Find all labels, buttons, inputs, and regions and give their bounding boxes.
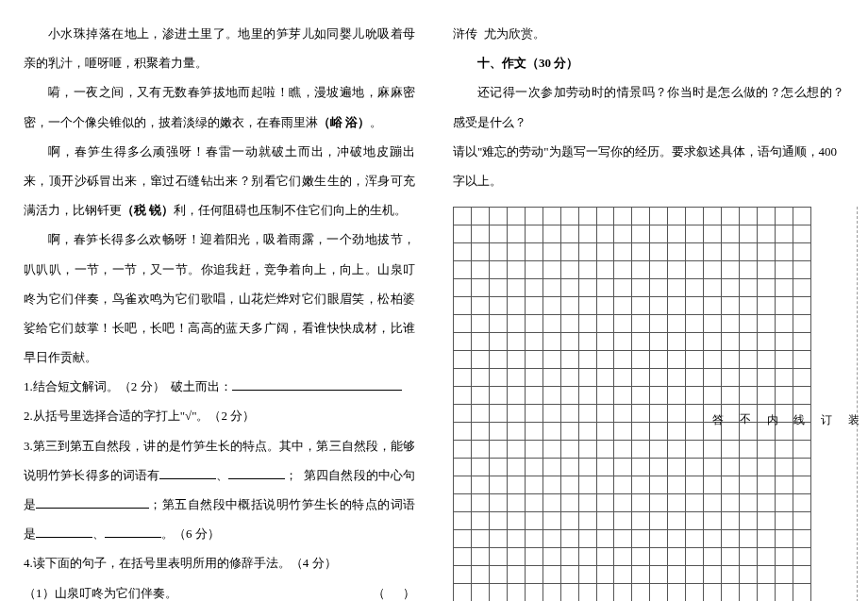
grid-cell[interactable] (650, 315, 668, 333)
grid-cell[interactable] (560, 405, 578, 423)
grid-cell[interactable] (489, 441, 507, 459)
grid-cell[interactable] (507, 351, 525, 369)
grid-cell[interactable] (578, 459, 596, 476)
grid-cell[interactable] (686, 459, 704, 476)
grid-cell[interactable] (489, 476, 507, 494)
grid-cell[interactable] (614, 225, 632, 243)
grid-cell[interactable] (650, 333, 668, 351)
grid-cell[interactable] (632, 208, 650, 225)
grid-cell[interactable] (454, 405, 472, 423)
grid-cell[interactable] (454, 369, 472, 387)
grid-cell[interactable] (489, 225, 507, 243)
grid-cell[interactable] (650, 405, 668, 423)
grid-cell[interactable] (525, 530, 542, 548)
blank-input[interactable] (36, 524, 92, 539)
grid-cell[interactable] (525, 333, 542, 351)
grid-cell[interactable] (489, 405, 507, 423)
grid-cell[interactable] (471, 351, 489, 369)
grid-cell[interactable] (454, 548, 472, 566)
grid-cell[interactable] (668, 315, 686, 333)
grid-cell[interactable] (668, 423, 686, 441)
grid-cell[interactable] (489, 387, 507, 405)
grid-cell[interactable] (578, 333, 596, 351)
grid-cell[interactable] (596, 387, 614, 405)
grid-cell[interactable] (686, 476, 704, 494)
grid-cell[interactable] (650, 512, 668, 530)
grid-cell[interactable] (507, 548, 525, 566)
grid-cell[interactable] (596, 548, 614, 566)
grid-cell[interactable] (489, 548, 507, 566)
grid-cell[interactable] (632, 261, 650, 279)
grid-cell[interactable] (542, 297, 560, 315)
grid-cell[interactable] (542, 333, 560, 351)
grid-cell[interactable] (614, 351, 632, 369)
grid-cell[interactable] (471, 208, 489, 225)
grid-cell[interactable] (471, 530, 489, 548)
grid-cell[interactable] (650, 423, 668, 441)
grid-cell[interactable] (578, 297, 596, 315)
grid-cell[interactable] (454, 566, 472, 584)
grid-cell[interactable] (578, 512, 596, 530)
grid-cell[interactable] (650, 530, 668, 548)
grid-cell[interactable] (668, 512, 686, 530)
grid-cell[interactable] (542, 566, 560, 584)
grid-cell[interactable] (686, 261, 704, 279)
grid-cell[interactable] (525, 494, 542, 512)
grid-cell[interactable] (454, 476, 472, 494)
grid-cell[interactable] (542, 476, 560, 494)
grid-cell[interactable] (668, 494, 686, 512)
grid-cell[interactable] (596, 566, 614, 584)
grid-cell[interactable] (578, 279, 596, 297)
grid-cell[interactable] (632, 512, 650, 530)
grid-cell[interactable] (560, 369, 578, 387)
grid-cell[interactable] (650, 441, 668, 459)
grid-cell[interactable] (596, 208, 614, 225)
grid-cell[interactable] (507, 279, 525, 297)
grid-cell[interactable] (596, 225, 614, 243)
grid-cell[interactable] (507, 459, 525, 476)
grid-cell[interactable] (489, 459, 507, 476)
grid-cell[interactable] (525, 261, 542, 279)
grid-cell[interactable] (650, 369, 668, 387)
grid-cell[interactable] (686, 315, 704, 333)
grid-cell[interactable] (560, 548, 578, 566)
blank-input[interactable] (228, 464, 285, 479)
grid-cell[interactable] (542, 225, 560, 243)
grid-cell[interactable] (596, 476, 614, 494)
grid-cell[interactable] (632, 584, 650, 601)
grid-cell[interactable] (668, 548, 686, 566)
grid-cell[interactable] (614, 459, 632, 476)
grid-cell[interactable] (471, 225, 489, 243)
grid-cell[interactable] (542, 351, 560, 369)
grid-cell[interactable] (614, 494, 632, 512)
grid-cell[interactable] (668, 225, 686, 243)
grid-cell[interactable] (489, 566, 507, 584)
grid-cell[interactable] (632, 315, 650, 333)
grid-cell[interactable] (686, 351, 704, 369)
grid-cell[interactable] (542, 315, 560, 333)
grid-cell[interactable] (454, 351, 472, 369)
grid-cell[interactable] (525, 405, 542, 423)
grid-cell[interactable] (596, 315, 614, 333)
grid-cell[interactable] (471, 584, 489, 601)
grid-cell[interactable] (650, 297, 668, 315)
grid-cell[interactable] (560, 530, 578, 548)
grid-cell[interactable] (668, 566, 686, 584)
grid-cell[interactable] (650, 243, 668, 261)
grid-cell[interactable] (596, 333, 614, 351)
grid-cell[interactable] (614, 566, 632, 584)
grid-cell[interactable] (471, 566, 489, 584)
grid-cell[interactable] (596, 441, 614, 459)
grid-cell[interactable] (578, 225, 596, 243)
grid-cell[interactable] (542, 548, 560, 566)
grid-cell[interactable] (507, 243, 525, 261)
grid-cell[interactable] (632, 351, 650, 369)
grid-cell[interactable] (507, 405, 525, 423)
grid-cell[interactable] (632, 333, 650, 351)
grid-cell[interactable] (507, 441, 525, 459)
grid-cell[interactable] (650, 279, 668, 297)
grid-cell[interactable] (632, 279, 650, 297)
grid-cell[interactable] (560, 333, 578, 351)
grid-cell[interactable] (525, 512, 542, 530)
grid-cell[interactable] (596, 459, 614, 476)
